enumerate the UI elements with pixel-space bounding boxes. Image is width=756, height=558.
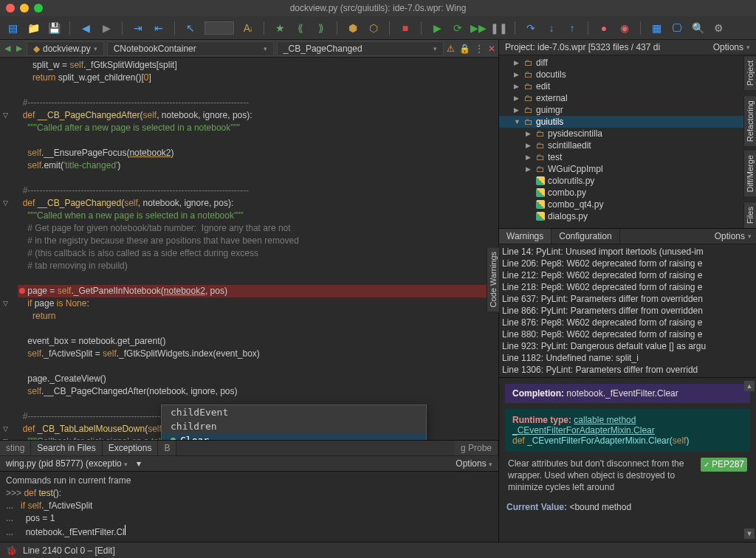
vtab-project[interactable]: Project <box>743 55 756 91</box>
star-next-icon[interactable]: ⟫ <box>315 21 328 35</box>
project-options[interactable]: Options ▾ <box>713 42 750 52</box>
warning-line[interactable]: Line 637: PyLint: Parameters differ from… <box>502 293 753 305</box>
gear-icon[interactable]: ⚙ <box>712 21 725 35</box>
menu-dots-icon[interactable]: ⋮ <box>475 44 484 54</box>
minimize-window-button[interactable] <box>20 4 29 13</box>
tree-item[interactable]: ▶🗀edit <box>499 80 756 92</box>
save-icon[interactable]: 💾 <box>47 21 61 35</box>
breadcrumb-method[interactable]: _CB_PageChanged▾ <box>277 41 444 56</box>
tree-item[interactable]: ▶🗀test <box>499 151 756 163</box>
bookmark-icon[interactable]: ⬢ <box>346 21 360 35</box>
step-over-icon[interactable]: ↷ <box>524 21 537 35</box>
outdent-icon[interactable]: ⇤ <box>152 21 165 35</box>
bug-icon[interactable]: 🐞 <box>6 545 17 556</box>
layout-icon[interactable]: ▦ <box>650 21 663 35</box>
breakpoint-icon[interactable]: ● <box>597 21 611 35</box>
tree-item[interactable]: ▶🗀pysidescintilla <box>499 128 756 140</box>
vtab-refactoring[interactable]: Refactoring <box>743 95 756 147</box>
autocomplete-popup[interactable]: childEventchildrenClearconnectNotifycust… <box>161 404 427 440</box>
code-editor[interactable]: split_w = self._fGtkSplitWidgets[split] … <box>0 58 498 440</box>
vtab-files[interactable]: Files <box>743 202 756 229</box>
tab-debug-probe[interactable]: g Probe <box>455 441 498 455</box>
tree-item[interactable]: ▼🗀guiutils <box>499 116 756 128</box>
monitor-icon[interactable]: 🖵 <box>670 21 684 35</box>
cursor-icon[interactable]: ↖ <box>184 21 197 35</box>
open-folder-icon[interactable]: 📁 <box>27 21 40 35</box>
indent-icon[interactable]: ⇥ <box>131 21 145 35</box>
nav-prev-icon[interactable]: ◀ <box>3 44 12 53</box>
debug-icon[interactable]: ⟳ <box>451 21 464 35</box>
scroll-down-icon[interactable]: ▼ <box>744 528 755 539</box>
warning-line[interactable]: Line 876: Pep8: W602 deprecated form of … <box>502 317 753 328</box>
warning-line[interactable]: Line 923: PyLint: Dangerous default valu… <box>502 340 753 352</box>
warning-line[interactable]: Line 880: Pep8: W602 deprecated form of … <box>502 328 753 340</box>
breakpoint-dot-icon[interactable] <box>19 288 25 294</box>
new-file-icon[interactable]: ▤ <box>6 21 19 35</box>
tab-bookmarks[interactable]: B <box>158 441 176 455</box>
tree-item[interactable]: ▶🗀WGuiCppImpl <box>499 163 756 175</box>
tree-item[interactable]: colorutils.py <box>499 175 756 187</box>
autocomplete-item[interactable]: Clear <box>162 433 426 440</box>
tab-warnings[interactable]: Warnings <box>499 229 551 244</box>
forward-icon[interactable]: ▶ <box>100 21 113 35</box>
tab-configuration[interactable]: Configuration <box>551 229 619 244</box>
tree-item[interactable]: ▶🗀diff <box>499 57 756 69</box>
step-into-icon[interactable]: ↓ <box>545 21 558 35</box>
star-prev-icon[interactable]: ⟪ <box>294 21 307 35</box>
bottom-options[interactable]: Options ▾ <box>456 458 492 469</box>
tree-item[interactable]: dialogs.py <box>499 210 756 222</box>
vtab-code-warnings[interactable]: Code Warnings <box>487 247 500 312</box>
star-icon[interactable]: ★ <box>273 21 286 35</box>
warnings-options[interactable]: Options ▾ <box>715 231 756 241</box>
rename-icon[interactable]: Aᵢ <box>241 21 255 35</box>
autocomplete-item[interactable]: children <box>162 419 426 433</box>
tab-search-in-files[interactable]: Search in Files <box>31 441 102 455</box>
warning-line[interactable]: Line 1182: Undefined name: split_i <box>502 352 753 364</box>
tree-item[interactable]: combo.py <box>499 187 756 199</box>
autocomplete-item[interactable]: childEvent <box>162 405 426 419</box>
warning-line[interactable]: Line 1306: PyLint: Parameters differ fro… <box>502 364 753 376</box>
breadcrumb-class[interactable]: CNotebookContainer▾ <box>107 41 274 56</box>
breadcrumb-file[interactable]: ◆dockview.py▾ <box>27 41 104 56</box>
lock-icon[interactable]: 🔒 <box>459 44 470 54</box>
tree-item[interactable]: ▶🗀guimgr <box>499 104 756 116</box>
warnings-list[interactable]: Line 14: PyLint: Unused import itertools… <box>499 244 756 377</box>
search-input[interactable] <box>205 21 234 35</box>
process-selector[interactable]: wing.py (pid 85777) (exceptio ▾ <box>6 458 128 469</box>
nav-next-icon[interactable]: ▶ <box>15 44 24 53</box>
close-window-button[interactable] <box>6 4 15 13</box>
breakpoint-cond-icon[interactable]: ◉ <box>618 21 631 35</box>
vtab-source-assistant[interactable]: Source Assistant <box>499 384 500 455</box>
warning-icon[interactable]: ⚠ <box>447 44 455 54</box>
zoom-window-button[interactable] <box>34 4 43 13</box>
project-header: Project: ide-7.0s.wpr [5323 files / 437 … <box>499 40 756 55</box>
warning-line[interactable]: Line 212: Pep8: W602 deprecated form of … <box>502 269 753 281</box>
thread-selector[interactable]: ▾ <box>137 458 141 469</box>
close-tab-icon[interactable]: ✕ <box>488 44 495 54</box>
tab-exceptions[interactable]: Exceptions <box>103 441 159 455</box>
tree-item[interactable]: ▶🗀external <box>499 92 756 104</box>
warning-line[interactable]: Line 14: PyLint: Unused import itertools… <box>502 246 753 258</box>
tree-item[interactable]: ▶🗀scintillaedit <box>499 140 756 151</box>
warning-line[interactable]: Line 206: Pep8: W602 deprecated form of … <box>502 258 753 269</box>
magnify-icon[interactable]: 🔍 <box>691 21 704 35</box>
scroll-up-icon[interactable]: ▲ <box>744 381 755 391</box>
pause-icon[interactable]: ❚❚ <box>492 21 506 35</box>
runtime-type-link2[interactable]: _CEventFilterForAdapterMixin.Clear <box>512 425 655 435</box>
tab-testing[interactable]: sting <box>0 441 31 455</box>
continue-icon[interactable]: ▶▶ <box>472 21 485 35</box>
bookmark2-icon[interactable]: ⬡ <box>367 21 380 35</box>
bottom-tabs: sting Search in Files Exceptions B g Pro… <box>0 440 498 455</box>
warning-line[interactable]: Line 866: PyLint: Parameters differ from… <box>502 305 753 317</box>
step-out-icon[interactable]: ↑ <box>566 21 579 35</box>
run-icon[interactable]: ▶ <box>430 21 444 35</box>
tree-item[interactable]: combo_qt4.py <box>499 199 756 210</box>
vtab-diff-merge[interactable]: Diff/Merge <box>743 150 756 198</box>
stop-icon[interactable]: ■ <box>399 21 412 35</box>
runtime-type-link[interactable]: callable method <box>574 415 636 425</box>
debug-console[interactable]: Commands run in current frame >>> def te… <box>0 471 498 542</box>
project-tree[interactable]: Project Refactoring Diff/Merge Files ▶🗀d… <box>499 55 756 229</box>
back-icon[interactable]: ◀ <box>79 21 92 35</box>
warning-line[interactable]: Line 218: Pep8: W602 deprecated form of … <box>502 281 753 293</box>
tree-item[interactable]: ▶🗀docutils <box>499 69 756 80</box>
